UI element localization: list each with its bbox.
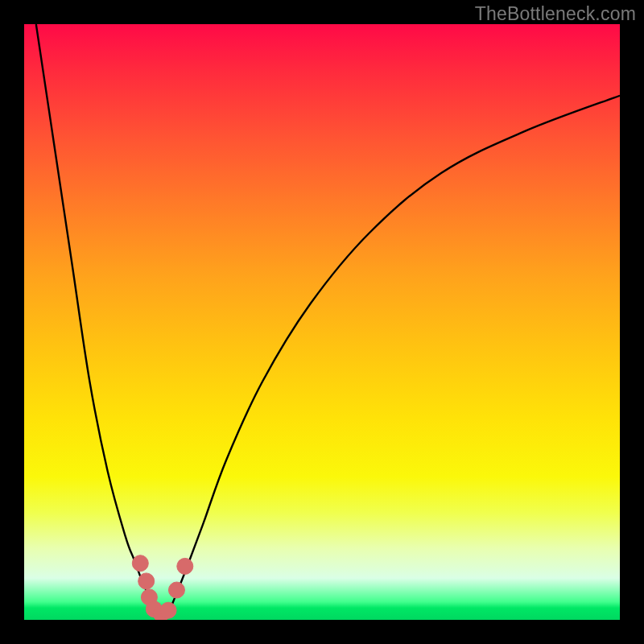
data-marker xyxy=(132,555,148,572)
data-marker xyxy=(160,602,176,618)
curve-left xyxy=(36,24,161,617)
chart-svg xyxy=(24,24,620,620)
data-marker xyxy=(138,573,155,589)
chart-frame: TheBottleneck.com xyxy=(0,0,644,644)
watermark-text: TheBottleneck.com xyxy=(475,3,636,25)
curve-right xyxy=(167,96,620,617)
marker-group xyxy=(132,555,193,620)
plot-area xyxy=(24,24,620,620)
data-marker xyxy=(177,558,193,574)
data-marker xyxy=(168,582,184,598)
